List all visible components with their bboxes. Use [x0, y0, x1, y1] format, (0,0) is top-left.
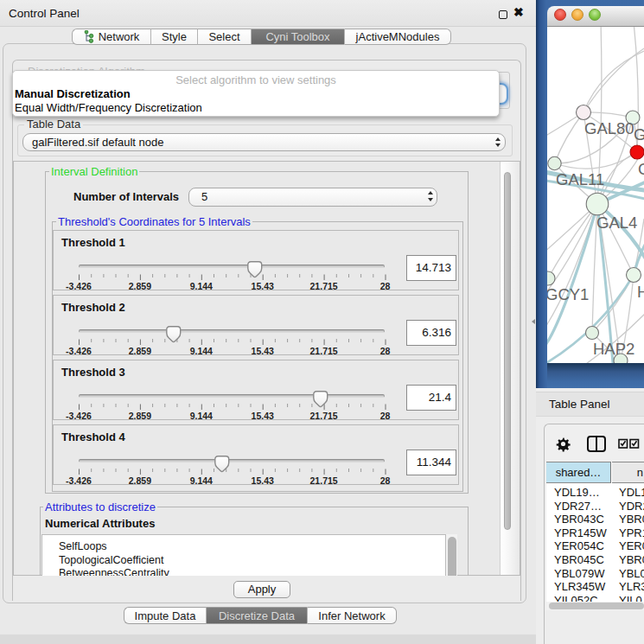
svg-text:GAL4: GAL4 — [596, 214, 637, 232]
svg-text:GA: GA — [634, 125, 644, 143]
svg-text:HAP2: HAP2 — [593, 340, 634, 358]
svg-text:GAL80: GAL80 — [584, 119, 634, 137]
svg-text:C: C — [638, 160, 644, 178]
svg-text:GAL11: GAL11 — [556, 170, 604, 188]
svg-text:GCY1: GCY1 — [547, 285, 589, 303]
svg-text:H: H — [637, 283, 644, 301]
